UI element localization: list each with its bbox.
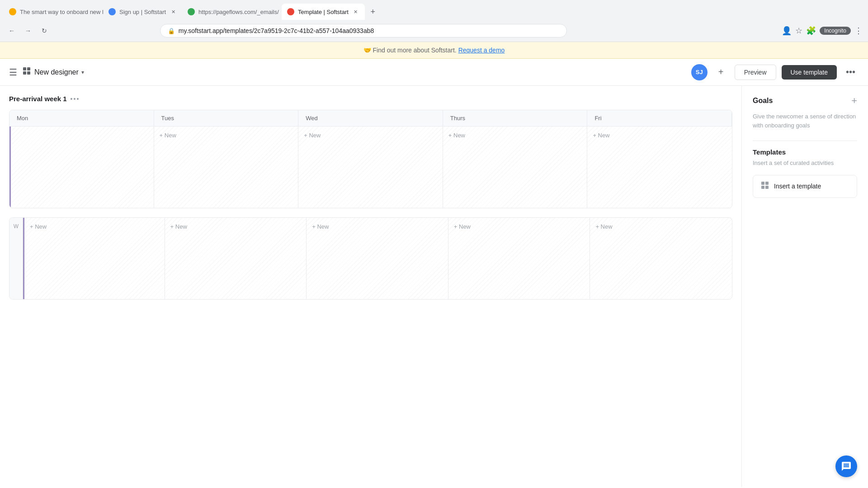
app-title: New designer ▾: [34, 68, 84, 76]
tab-favicon-2: [108, 8, 116, 15]
week2-cell-tues: + New: [165, 218, 307, 299]
browser-chrome: The smart way to onboard new h ✕ Sign up…: [0, 0, 868, 42]
cal-cell-wed-1: + New: [298, 127, 443, 208]
tab-close-2[interactable]: ✕: [170, 8, 177, 15]
sidebar-goals-header: Goals +: [753, 97, 857, 108]
new-item-fri-1[interactable]: + New: [593, 132, 726, 139]
header-right: SJ + Preview Use template •••: [691, 64, 859, 80]
hamburger-icon[interactable]: ☰: [9, 67, 17, 78]
cal-cell-thurs-1: + New: [443, 127, 588, 208]
use-template-button[interactable]: Use template: [782, 65, 837, 80]
title-dropdown-arrow[interactable]: ▾: [81, 69, 84, 75]
new-label-week2-fri: + New: [595, 223, 612, 230]
goals-description: Give the newcomer a sense of direction w…: [753, 112, 857, 130]
tab-1[interactable]: The smart way to onboard new h ✕: [4, 4, 103, 20]
tab-3[interactable]: https://pageflows.com/_emails/ ✕: [182, 4, 282, 20]
address-bar-row: ← → ↻ 🔒 my.softstart.app/templates/2c7a9…: [0, 20, 868, 42]
tab-favicon-1: [9, 8, 16, 15]
new-label-week2-tues: + New: [170, 223, 187, 230]
incognito-badge: Incognito: [820, 27, 851, 35]
col-header-wed: Wed: [298, 110, 443, 127]
week2-cell-thurs: + New: [448, 218, 590, 299]
goals-add-button[interactable]: +: [851, 95, 857, 107]
main-content: Pre-arrival week 1 ••• Mon Tues Wed Thur…: [0, 86, 868, 487]
app-title-text: New designer: [34, 68, 79, 76]
col-header-fri: Fri: [587, 110, 732, 127]
new-item-tues-1[interactable]: + New: [160, 132, 293, 139]
tab-title-4: Template | Softstart: [298, 9, 349, 15]
week2-side-label: W: [9, 218, 23, 299]
browser-right-icons: 👤 ☆ 🧩 Incognito ⋮: [782, 26, 863, 36]
extension-icon[interactable]: 🧩: [806, 26, 816, 36]
tab-favicon-4: [287, 8, 294, 15]
new-item-wed-1[interactable]: + New: [304, 132, 437, 139]
tab-close-4[interactable]: ✕: [352, 8, 359, 15]
week1-label: Pre-arrival week 1: [9, 95, 67, 103]
menu-icon[interactable]: ⋮: [854, 26, 863, 36]
svg-rect-2: [23, 71, 26, 75]
insert-template-button[interactable]: Insert a template: [753, 175, 857, 198]
chat-bubble-button[interactable]: [835, 455, 857, 477]
new-item-week2-mon[interactable]: + New: [30, 223, 159, 230]
week1-header: Pre-arrival week 1 •••: [9, 95, 732, 103]
week2-cell-wed: + New: [307, 218, 448, 299]
insert-template-icon: [760, 181, 769, 192]
new-label-week2-wed: + New: [312, 223, 329, 230]
add-button[interactable]: +: [713, 64, 729, 80]
svg-rect-14: [761, 182, 764, 185]
new-label-wed-1: + New: [304, 132, 321, 139]
banner: 🤝 Find out more about Softstart. Request…: [0, 42, 868, 59]
col-header-tues: Tues: [154, 110, 299, 127]
templates-description: Insert a set of curated activities: [753, 159, 857, 168]
svg-rect-16: [761, 186, 764, 189]
col-header-mon: Mon: [9, 110, 154, 127]
new-item-thurs-1[interactable]: + New: [448, 132, 582, 139]
col-header-thurs: Thurs: [443, 110, 588, 127]
insert-template-label: Insert a template: [774, 183, 821, 190]
new-item-week2-tues[interactable]: + New: [170, 223, 301, 230]
calendar-area: Pre-arrival week 1 ••• Mon Tues Wed Thur…: [0, 86, 741, 487]
svg-rect-1: [27, 67, 30, 70]
svg-rect-3: [27, 71, 30, 75]
grid-icon: [23, 67, 31, 77]
new-label-tues-1: + New: [160, 132, 176, 139]
new-item-week2-fri[interactable]: + New: [595, 223, 726, 230]
address-bar[interactable]: 🔒 my.softstart.app/templates/2c7a9519-2c…: [160, 24, 567, 38]
refresh-button[interactable]: ↻: [38, 24, 51, 37]
new-item-week2-thurs[interactable]: + New: [454, 223, 585, 230]
svg-rect-15: [765, 182, 769, 185]
star-icon[interactable]: ☆: [795, 26, 802, 36]
week2-cell-fri: + New: [590, 218, 732, 299]
tab-favicon-3: [188, 8, 195, 15]
forward-button[interactable]: →: [22, 24, 34, 37]
more-options-button[interactable]: •••: [842, 65, 859, 79]
new-label-week2-mon: + New: [30, 223, 47, 230]
week2-cell-mon: + New: [23, 218, 165, 299]
new-label-thurs-1: + New: [448, 132, 465, 139]
week1-dots[interactable]: •••: [71, 95, 80, 103]
tab-2[interactable]: Sign up | Softstart ✕: [103, 4, 182, 20]
cal-cell-tues-1: + New: [154, 127, 299, 208]
avatar[interactable]: SJ: [691, 64, 708, 80]
new-tab-button[interactable]: +: [367, 5, 379, 18]
svg-rect-0: [23, 67, 26, 70]
back-button[interactable]: ←: [5, 24, 18, 37]
cal-cell-fri-1: + New: [587, 127, 732, 208]
new-label-week2-thurs: + New: [454, 223, 471, 230]
tab-bar: The smart way to onboard new h ✕ Sign up…: [0, 0, 868, 20]
url-text: my.softstart.app/templates/2c7a9519-2c7c…: [179, 27, 559, 34]
tab-title-1: The smart way to onboard new h: [20, 9, 103, 15]
banner-text: 🤝 Find out more about Softstart.: [363, 47, 457, 54]
tab-title-2: Sign up | Softstart: [119, 9, 166, 15]
tab-title-3: https://pageflows.com/_emails/: [198, 9, 279, 15]
request-demo-link[interactable]: Request a demo: [458, 47, 505, 54]
tab-4[interactable]: Template | Softstart ✕: [282, 4, 365, 20]
goals-title: Goals: [753, 97, 773, 105]
new-item-week2-wed[interactable]: + New: [312, 223, 443, 230]
cal-cell-mon: Activity Goal: [9, 127, 154, 208]
lock-icon: 🔒: [168, 28, 175, 34]
preview-button[interactable]: Preview: [735, 65, 776, 80]
sidebar-divider: [753, 141, 857, 141]
app-header: ☰ New designer ▾ SJ + Preview Use templa…: [0, 59, 868, 86]
week2-grid: W + New + New + New + New: [9, 217, 732, 300]
